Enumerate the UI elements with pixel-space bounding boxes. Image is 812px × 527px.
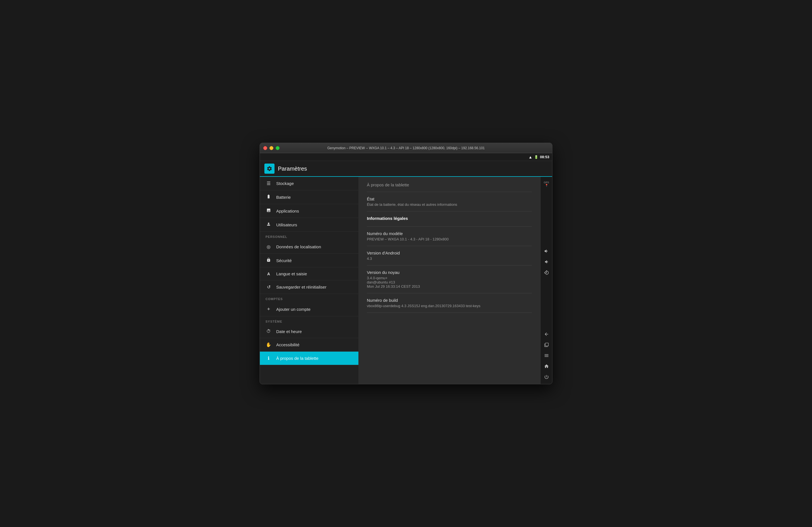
rotate-button[interactable] <box>542 268 551 277</box>
sidebar-item-stockage[interactable]: ☰ Stockage <box>260 177 359 190</box>
apropos-icon: ℹ <box>265 355 272 361</box>
back-button[interactable] <box>542 330 551 339</box>
main-window: Genymotion – PREVIEW -- WXGA 10.1 – 4.3 … <box>260 143 552 384</box>
sidebar-item-langue[interactable]: A Langue et saisie <box>260 267 359 280</box>
home-button[interactable] <box>542 362 551 371</box>
langue-label: Langue et saisie <box>276 272 307 276</box>
batterie-icon <box>265 194 272 200</box>
device-frame: ▲ 🔋 08:53 Paramètres ☰ Stockage <box>260 153 552 384</box>
detail-title: À propos de la tablette <box>367 182 532 187</box>
close-button[interactable] <box>263 146 267 150</box>
status-icons: ▲ 🔋 08:53 <box>528 155 549 159</box>
noyau-title: Version du noyau <box>367 270 532 275</box>
sauvegarder-icon: ↺ <box>265 284 272 290</box>
noyau-subtitle: 3.4.0-qemu+ dan@ubuntu #13 Mon Jul 29 16… <box>367 276 532 289</box>
android-title: Version d'Android <box>367 251 532 255</box>
sidebar-item-apropos[interactable]: ℹ À propos de la tablette <box>260 352 359 365</box>
section-label-comptes: COMPTES <box>260 294 359 302</box>
section-label-personnel: PERSONNEL <box>260 232 359 240</box>
android-subtitle: 4.3 <box>367 257 532 261</box>
menu-button[interactable] <box>542 351 551 360</box>
right-sidebar: GPS 📍 <box>540 177 552 384</box>
applications-icon <box>265 208 272 214</box>
content-area: ☰ Stockage Batterie Applications <box>260 177 552 384</box>
status-time: 08:53 <box>540 155 549 159</box>
langue-icon: A <box>265 272 272 276</box>
apropos-label: À propos de la tablette <box>276 356 318 361</box>
ajouter-icon: + <box>265 306 272 312</box>
power-button[interactable] <box>542 372 551 382</box>
gps-label: GPS <box>544 181 549 184</box>
settings-icon <box>264 164 275 174</box>
etat-title: État <box>367 196 532 201</box>
statusbar: ▲ 🔋 08:53 <box>260 153 552 161</box>
recent-apps-button[interactable] <box>542 340 551 350</box>
sidebar-item-accessibilite[interactable]: ✋ Accessibilité <box>260 338 359 352</box>
accessibilite-icon: ✋ <box>265 342 272 347</box>
securite-icon <box>265 258 272 263</box>
window-controls <box>263 146 279 150</box>
sauvegarder-label: Sauvegarder et réinitialiser <box>276 284 326 289</box>
volume-down-button[interactable] <box>542 257 551 267</box>
utilisateurs-label: Utilisateurs <box>276 222 297 227</box>
detail-row-build[interactable]: Numéro de build vbox86tp-userdebug 4.3 J… <box>367 293 532 313</box>
modele-title: Numéro du modèle <box>367 231 532 236</box>
applications-label: Applications <box>276 209 299 214</box>
section-label-systeme: SYSTÈME <box>260 317 359 325</box>
sidebar-item-localisation[interactable]: ◎ Données de localisation <box>260 240 359 254</box>
etat-subtitle: État de la batterie, état du réseau et a… <box>367 202 532 207</box>
app-header: Paramètres <box>260 161 552 177</box>
date-icon: ⏱ <box>265 329 272 334</box>
build-title: Numéro de build <box>367 298 532 303</box>
stockage-icon: ☰ <box>265 181 272 186</box>
localisation-icon: ◎ <box>265 244 272 249</box>
battery-icon: 🔋 <box>534 155 538 159</box>
sidebar-item-applications[interactable]: Applications <box>260 204 359 218</box>
detail-row-noyau[interactable]: Version du noyau 3.4.0-qemu+ dan@ubuntu … <box>367 265 532 293</box>
titlebar-title: Genymotion – PREVIEW -- WXGA 10.1 – 4.3 … <box>327 146 484 150</box>
modele-subtitle: PREVIEW – WXGA 10.1 - 4.3 - API 18 - 128… <box>367 237 532 241</box>
infos-legales-title: Informations légales <box>367 216 532 221</box>
maximize-button[interactable] <box>276 146 279 150</box>
gps-icon: 📍 <box>545 184 548 187</box>
sidebar-item-date[interactable]: ⏱ Date et heure <box>260 325 359 338</box>
sidebar-item-ajouter[interactable]: + Ajouter un compte <box>260 302 359 317</box>
securite-label: Sécurité <box>276 258 292 263</box>
detail-panel: À propos de la tablette État État de la … <box>359 177 540 384</box>
build-subtitle: vbox86tp-userdebug 4.3 JSS15J eng.dan.20… <box>367 304 532 308</box>
detail-row-infos-legales[interactable]: Informations légales <box>367 211 532 226</box>
localisation-label: Données de localisation <box>276 244 321 249</box>
gps-button[interactable]: GPS 📍 <box>542 179 551 189</box>
detail-row-modele[interactable]: Numéro du modèle PREVIEW – WXGA 10.1 - 4… <box>367 226 532 246</box>
date-label: Date et heure <box>276 329 302 334</box>
titlebar: Genymotion – PREVIEW -- WXGA 10.1 – 4.3 … <box>260 143 552 153</box>
sidebar-item-utilisateurs[interactable]: Utilisateurs <box>260 218 359 232</box>
sidebar-item-sauvegarder[interactable]: ↺ Sauvegarder et réinitialiser <box>260 280 359 294</box>
ajouter-label: Ajouter un compte <box>276 307 310 312</box>
utilisateurs-icon <box>265 222 272 228</box>
sidebar-item-securite[interactable]: Sécurité <box>260 254 359 267</box>
detail-row-android[interactable]: Version d'Android 4.3 <box>367 246 532 265</box>
detail-row-etat[interactable]: État État de la batterie, état du réseau… <box>367 192 532 211</box>
wifi-icon: ▲ <box>528 155 533 159</box>
batterie-label: Batterie <box>276 195 291 200</box>
sidebar-item-batterie[interactable]: Batterie <box>260 190 359 204</box>
minimize-button[interactable] <box>270 146 273 150</box>
stockage-label: Stockage <box>276 181 294 186</box>
volume-up-button[interactable] <box>542 246 551 256</box>
app-title: Paramètres <box>278 165 307 172</box>
sidebar: ☰ Stockage Batterie Applications <box>260 177 359 384</box>
accessibilite-label: Accessibilité <box>276 342 300 347</box>
